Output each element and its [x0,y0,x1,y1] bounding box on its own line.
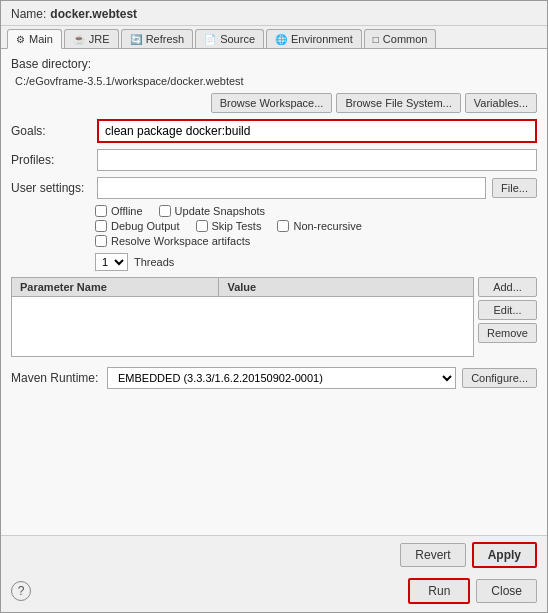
main-tab-icon: ⚙ [16,34,25,45]
footer-row: ? Run Close [1,574,547,612]
update-snapshots-checkbox[interactable] [159,205,171,217]
threads-row: 1 2 4 Threads [95,253,537,271]
common-tab-icon: □ [373,34,379,45]
param-col-name: Parameter Name [12,278,219,296]
main-content: Base directory: C:/eGovframe-3.5.1/works… [1,49,547,535]
tab-main-label: Main [29,33,53,45]
non-recursive-checkbox[interactable] [277,220,289,232]
source-tab-icon: 📄 [204,34,216,45]
variables-button[interactable]: Variables... [465,93,537,113]
tab-source-label: Source [220,33,255,45]
goals-label: Goals: [11,124,91,138]
skip-tests-label: Skip Tests [212,220,262,232]
parameters-section: Parameter Name Value Add... Edit... Remo… [11,277,537,357]
checkbox-row-1: Offline Update Snapshots [95,205,537,217]
user-settings-input[interactable] [97,177,486,199]
title-bar: Name: docker.webtest [1,1,547,26]
user-settings-row: User settings: File... [11,177,537,199]
name-value: docker.webtest [50,7,137,21]
run-configuration-dialog: Name: docker.webtest ⚙ Main ☕ JRE 🔄 Refr… [0,0,548,613]
tab-common-label: Common [383,33,428,45]
tab-source[interactable]: 📄 Source [195,29,264,48]
tab-refresh[interactable]: 🔄 Refresh [121,29,194,48]
env-tab-icon: 🌐 [275,34,287,45]
tab-environment-label: Environment [291,33,353,45]
add-button[interactable]: Add... [478,277,537,297]
skip-tests-checkbox-item[interactable]: Skip Tests [196,220,262,232]
parameters-table: Parameter Name Value [11,277,474,357]
offline-checkbox[interactable] [95,205,107,217]
checkboxes-section: Offline Update Snapshots Debug Output Sk… [95,205,537,247]
browse-filesystem-button[interactable]: Browse File System... [336,93,460,113]
maven-runtime-row: Maven Runtime: EMBEDDED (3.3.3/1.6.2.201… [11,367,537,389]
tab-main[interactable]: ⚙ Main [7,29,62,49]
update-snapshots-checkbox-item[interactable]: Update Snapshots [159,205,266,217]
bottom-buttons: Revert Apply [1,535,547,574]
offline-checkbox-item[interactable]: Offline [95,205,143,217]
maven-runtime-label: Maven Runtime: [11,371,101,385]
threads-select[interactable]: 1 2 4 [95,253,128,271]
file-button[interactable]: File... [492,178,537,198]
refresh-tab-icon: 🔄 [130,34,142,45]
basedir-path: C:/eGovframe-3.5.1/workspace/docker.webt… [11,73,537,89]
resolve-workspace-checkbox[interactable] [95,235,107,247]
profiles-row: Profiles: [11,149,537,171]
profiles-label: Profiles: [11,153,91,167]
basedir-row: C:/eGovframe-3.5.1/workspace/docker.webt… [11,73,537,89]
update-snapshots-label: Update Snapshots [175,205,266,217]
remove-button[interactable]: Remove [478,323,537,343]
checkbox-row-3: Resolve Workspace artifacts [95,235,537,247]
debug-output-checkbox[interactable] [95,220,107,232]
maven-runtime-select[interactable]: EMBEDDED (3.3.3/1.6.2.20150902-0001) [107,367,456,389]
help-icon[interactable]: ? [11,581,31,601]
tabs-bar: ⚙ Main ☕ JRE 🔄 Refresh 📄 Source 🌐 Enviro… [1,26,547,49]
tab-jre[interactable]: ☕ JRE [64,29,119,48]
run-button[interactable]: Run [408,578,470,604]
non-recursive-label: Non-recursive [293,220,361,232]
debug-output-checkbox-item[interactable]: Debug Output [95,220,180,232]
checkbox-row-2: Debug Output Skip Tests Non-recursive [95,220,537,232]
param-body [12,297,473,356]
tab-common[interactable]: □ Common [364,29,437,48]
goals-row: Goals: [11,119,537,143]
basedir-label: Base directory: [11,57,537,71]
threads-label: Threads [134,256,174,268]
apply-button[interactable]: Apply [472,542,537,568]
tab-environment[interactable]: 🌐 Environment [266,29,362,48]
offline-label: Offline [111,205,143,217]
resolve-workspace-label: Resolve Workspace artifacts [111,235,250,247]
revert-button[interactable]: Revert [400,543,465,567]
tab-refresh-label: Refresh [146,33,185,45]
goals-input[interactable] [97,119,537,143]
profiles-input[interactable] [97,149,537,171]
name-label: Name: [11,7,46,21]
jre-tab-icon: ☕ [73,34,85,45]
close-button[interactable]: Close [476,579,537,603]
skip-tests-checkbox[interactable] [196,220,208,232]
basedir-section: Base directory: C:/eGovframe-3.5.1/works… [11,57,537,113]
basedir-buttons: Browse Workspace... Browse File System..… [11,93,537,113]
configure-button[interactable]: Configure... [462,368,537,388]
param-col-value: Value [219,278,473,296]
non-recursive-checkbox-item[interactable]: Non-recursive [277,220,361,232]
edit-button[interactable]: Edit... [478,300,537,320]
browse-workspace-button[interactable]: Browse Workspace... [211,93,333,113]
debug-output-label: Debug Output [111,220,180,232]
tab-jre-label: JRE [89,33,110,45]
param-header: Parameter Name Value [12,278,473,297]
user-settings-label: User settings: [11,181,91,195]
param-actions: Add... Edit... Remove [478,277,537,343]
resolve-workspace-checkbox-item[interactable]: Resolve Workspace artifacts [95,235,250,247]
